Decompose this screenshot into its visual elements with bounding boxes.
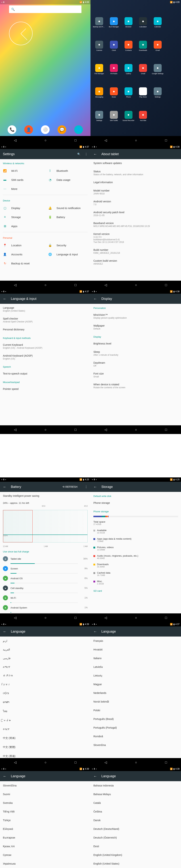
app-contacts[interactable]: ●Contacts [121,41,135,62]
recent-btn[interactable]: □ [74,138,77,142]
language-option[interactable]: English (United Kingdom) [90,850,181,859]
search-bar[interactable]: 🔍 [9,5,82,13]
language-option[interactable]: ಕನ್ನಡ [0,672,90,680]
wallpaper-item[interactable]: WallpaperDefault [90,322,181,333]
app-calendar[interactable]: ●Calendar [151,17,165,39]
language-option[interactable]: 中文 (香港) [0,752,90,758]
brightness-item[interactable]: Brightness level [90,340,181,348]
language-option[interactable]: Română [90,732,181,741]
app-file-manager[interactable]: ●File Manager [92,64,106,86]
storage-item[interactable]: ≡Storage [0,213,45,221]
menu-icon[interactable]: ⋮ [85,152,88,156]
dictionary-item[interactable]: Personal dictionary [0,326,90,334]
language-option[interactable]: Suomi [0,790,90,799]
app-camera[interactable]: ●Camera [92,41,106,62]
security-item[interactable]: 🔒Security [45,241,90,250]
language-option[interactable]: ଓଡ଼ିଆ [0,689,90,698]
language-option[interactable]: Українська [0,859,90,868]
language-option[interactable]: Norsk bokmål [90,697,181,706]
language-option[interactable]: Português (Brasil) [90,715,181,723]
home-btn[interactable]: ○ [44,138,47,142]
battery-chart[interactable]: 100% [3,510,88,542]
fontsize-item[interactable]: Font sizeSmall [90,370,181,380]
miravision-item[interactable]: MiraVision™Display picture quality optim… [90,311,181,322]
app-drawer-icon[interactable]: ⚪ [41,125,50,134]
language-option[interactable]: Tiếng Việt [0,807,90,816]
language-item[interactable]: LanguageEnglish (United States) [0,304,90,315]
language-option[interactable]: Bahasa Melayu [90,790,181,799]
language-option[interactable]: Čeština [90,807,181,816]
back-arrow[interactable]: ← [93,297,97,301]
bt-item[interactable]: ᛒBluetooth [45,166,90,175]
language-option[interactable]: Slovenčina [90,741,181,749]
language-option[interactable]: Latviešu [90,662,181,671]
back-arrow[interactable]: ← [3,297,6,301]
daydream-item[interactable]: DaydreamOff [90,359,181,370]
language-option[interactable]: 中文 (繁體) [0,743,90,752]
app-settings[interactable]: ●Settings [92,111,106,132]
apps-item[interactable]: ⊞Apps [0,221,45,230]
back-arrow[interactable]: ← [3,774,6,778]
battery-row[interactable]: ●Wi-Fi1% [0,593,90,603]
language-option[interactable]: Bahasa Indonesia [90,781,181,790]
language-option[interactable]: Қазақ тілі [0,842,90,850]
app-messaging[interactable]: ●Messaging [92,87,106,109]
clock-widget[interactable] [9,22,33,45]
app-backup-and-rest-[interactable]: ●Backup and Rest... [92,17,106,39]
messaging-icon[interactable]: 💬 [58,125,66,134]
language-option[interactable]: Deutsch (Österreich) [90,833,181,842]
app-fm-radio[interactable]: ●FM Radio [107,64,121,86]
backup-item[interactable]: ↻Backup & reset [0,259,45,268]
data-item[interactable]: ◔Data usage [45,175,90,184]
location-item[interactable]: 📍Location [0,241,45,250]
app-google-settings[interactable]: ●Google Settings [151,64,165,86]
language-option[interactable]: Português (Portugal) [90,723,181,732]
back-btn[interactable]: ◁ [14,138,17,142]
storage-row[interactable]: Pictures, videos13.04MB [90,544,181,553]
search-icon[interactable]: 🔍 [77,153,80,156]
phone-storage-radio[interactable]: Phone storage [90,499,181,507]
app-calculator[interactable]: ●Calculator [136,17,150,39]
battery-row[interactable]: ●Android System1% [0,603,90,613]
pointer-item[interactable]: Pointer speed [0,385,90,393]
spell-item[interactable]: Spell checkerAndroid Spell Checker (AOSP… [0,315,90,326]
app-phone[interactable]: ●Phone [121,87,135,109]
language-option[interactable]: Italiano [90,654,181,662]
language-option[interactable]: မြန်မာ [0,716,90,725]
language-option[interactable]: Català [90,799,181,807]
refresh-button[interactable]: ⟲ REFRESH [62,485,78,488]
status-item[interactable]: StatusStatus of the battery, network, an… [90,167,181,178]
legal-item[interactable]: Legal information [90,178,181,187]
language-option[interactable]: Polski [90,706,181,715]
app-settings[interactable]: ●Settings [151,87,165,109]
language-option[interactable]: Deutsch (Deutschland) [90,825,181,833]
battery-row[interactable]: ●Screen9% [0,564,90,574]
menu-icon[interactable]: ⋮ [85,485,88,489]
app-music[interactable]: ●Music [107,87,121,109]
app-sound-recorder[interactable]: ●Sound Recorder [121,111,135,132]
storage-row[interactable]: Available22.91GB [90,527,181,536]
app-sim-toolkit[interactable]: ●SIM Toolkit [107,111,121,132]
language-option[interactable]: فارسی [0,654,90,662]
language-option[interactable]: Türkçe [0,816,90,825]
current-kb-item[interactable]: Current KeyboardEnglish (US) - Android K… [0,341,90,352]
app-ble-manager[interactable]: ●BLE Manager [107,17,121,39]
back-arrow[interactable]: ← [93,774,97,778]
language-option[interactable]: Ελληνικά [0,825,90,833]
back-arrow[interactable]: ← [3,629,6,633]
sim-item[interactable]: ▬SIM cards [0,175,45,184]
language-option[interactable]: Magyar [90,680,181,689]
rotation-item[interactable]: When device is rotatedRotate the content… [90,380,181,391]
language-option[interactable]: Lietuvių [90,671,181,680]
battery-row[interactable]: ●Android OS6% [0,574,90,584]
android-version-item[interactable]: Android version7.0 [90,197,181,208]
storage-row[interactable]: Misc.2.32GB [90,578,181,587]
storage-row[interactable]: Cached data18.71MB [90,569,181,578]
back-arrow[interactable]: ← [3,485,6,489]
language-option[interactable]: አማርኛ [0,662,90,672]
language-option[interactable]: العربية [0,645,90,654]
sleep-item[interactable]: SleepAfter 1 minute of inactivity [90,348,181,359]
display-item[interactable]: ▢Display [0,204,45,213]
language-option[interactable]: English (United States) [90,859,181,868]
build-item[interactable]: Build numberK960_v6K8GEZ_20181218 [90,246,181,257]
